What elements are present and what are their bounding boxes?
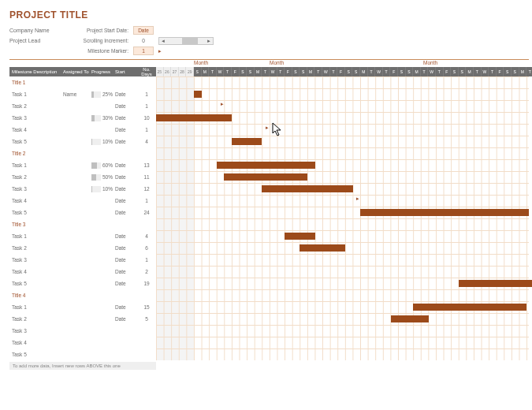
- task-row[interactable]: Task 2Date5: [9, 313, 529, 325]
- footer-note: To add more data, Insert new rows ABOVE …: [9, 362, 156, 370]
- task-description: Title 2: [9, 151, 63, 156]
- task-progress: 25%: [91, 91, 115, 98]
- day-letter-cell: T: [436, 67, 444, 76]
- task-row[interactable]: Task 3Date1: [9, 254, 529, 266]
- gantt-bar[interactable]: [391, 315, 429, 322]
- task-description: Task 3: [9, 186, 63, 192]
- day-letter-cell: T: [383, 67, 391, 76]
- task-start: Date: [115, 316, 137, 322]
- section-title-row[interactable]: Title 2: [9, 147, 529, 159]
- day-letter-cell: M: [519, 67, 527, 76]
- task-progress: 10%: [91, 139, 115, 145]
- task-progress: 10%: [91, 186, 115, 192]
- task-row[interactable]: Task 5Date24: [9, 207, 529, 218]
- task-days: 2: [137, 269, 156, 274]
- start-date-value[interactable]: Date: [133, 26, 154, 35]
- task-description: Task 4: [9, 127, 63, 132]
- row-chart-area: [156, 313, 529, 325]
- task-start: Date: [115, 210, 137, 215]
- row-chart-area: [156, 325, 529, 337]
- gantt-bar[interactable]: [413, 304, 526, 311]
- task-start: Date: [115, 115, 137, 121]
- task-description: Task 2: [9, 245, 63, 251]
- row-chart-area: [156, 218, 529, 230]
- row-chart-area: [156, 88, 529, 100]
- horizontal-scrollbar[interactable]: ◄ ►: [158, 37, 214, 45]
- task-row[interactable]: Task 330%Date10: [9, 112, 529, 124]
- task-row[interactable]: Task 2Date1▸: [9, 100, 529, 112]
- task-row[interactable]: Task 5Date19: [9, 278, 529, 289]
- task-days: 6: [137, 245, 156, 251]
- row-chart-area: [156, 159, 529, 171]
- milestone-marker-value[interactable]: 1: [133, 47, 154, 55]
- task-description: Task 2: [9, 103, 63, 109]
- month-header: Month Month Month: [9, 59, 529, 67]
- gantt-bar[interactable]: [232, 138, 262, 145]
- task-description: Task 5: [9, 210, 63, 215]
- row-chart-area: [156, 348, 529, 360]
- col-progress: Progress: [91, 69, 115, 74]
- day-date-cell: 27: [171, 67, 179, 76]
- task-row[interactable]: Task 1Date4: [9, 230, 529, 242]
- gantt-bar[interactable]: [224, 173, 307, 181]
- scroll-increment-value[interactable]: 0: [133, 37, 154, 44]
- milestone-flag-icon: ▸: [221, 101, 224, 107]
- day-letter-cell: W: [322, 67, 330, 76]
- gantt-bar[interactable]: [262, 185, 352, 192]
- task-days: 1: [137, 103, 156, 109]
- task-row[interactable]: Task 4Date1▸: [9, 124, 529, 136]
- section-title-row[interactable]: Title 1: [9, 76, 529, 88]
- task-row[interactable]: Task 250%Date11: [9, 171, 529, 183]
- section-title-row[interactable]: Title 3: [9, 218, 529, 230]
- col-days: No. Days: [137, 67, 156, 76]
- task-row[interactable]: Task 3: [9, 325, 529, 337]
- row-chart-area: [156, 147, 529, 159]
- task-row[interactable]: Task 1Name25%Date1: [9, 88, 529, 100]
- task-description: Task 5: [9, 352, 63, 357]
- task-days: 10: [137, 115, 156, 121]
- task-start: Date: [115, 304, 137, 310]
- day-letter-cell: M: [466, 67, 474, 76]
- scroll-increment-label: Scrolling Increment:: [81, 38, 128, 43]
- task-start: Date: [115, 269, 137, 274]
- day-date-cell: 25: [156, 67, 164, 76]
- day-letter-cell: S: [299, 67, 307, 76]
- task-row[interactable]: Task 510%Date4: [9, 136, 529, 147]
- row-chart-area: ▸: [156, 195, 529, 207]
- task-row[interactable]: Task 310%Date12: [9, 183, 529, 195]
- scroll-right-arrow-icon[interactable]: ►: [205, 39, 213, 43]
- gantt-bar[interactable]: [299, 244, 345, 252]
- task-row[interactable]: Task 5: [9, 348, 529, 360]
- task-description: Task 3: [9, 257, 63, 263]
- gantt-bar[interactable]: [519, 280, 532, 287]
- day-letter-cell: T: [474, 67, 482, 76]
- day-letter-cell: F: [444, 67, 452, 76]
- task-description: Task 1: [9, 91, 63, 97]
- task-row[interactable]: Task 160%Date13: [9, 159, 529, 171]
- gantt-bar[interactable]: [285, 233, 314, 240]
- gantt-bar[interactable]: [217, 162, 315, 169]
- task-row[interactable]: Task 1Date15: [9, 301, 529, 313]
- row-chart-area: [156, 242, 529, 254]
- month-label: Month: [423, 60, 437, 65]
- day-letter-cell: F: [232, 67, 240, 76]
- day-letter-cell: S: [194, 67, 202, 76]
- gantt-bar[interactable]: [194, 91, 202, 98]
- task-row[interactable]: Task 4: [9, 337, 529, 348]
- day-letter-cell: M: [360, 67, 368, 76]
- day-header: Milestone Description Assigned To Progre…: [9, 67, 529, 76]
- task-description: Task 3: [9, 115, 63, 121]
- gantt-bar[interactable]: [360, 209, 529, 216]
- gantt-bar[interactable]: [156, 114, 232, 121]
- section-title-row[interactable]: Title 4: [9, 289, 529, 301]
- task-description: Title 4: [9, 293, 63, 298]
- gantt-bar[interactable]: [459, 280, 529, 287]
- task-days: 5: [137, 316, 156, 322]
- task-row[interactable]: Task 4Date1▸: [9, 195, 529, 207]
- task-row[interactable]: Task 4Date2: [9, 266, 529, 278]
- scroll-left-arrow-icon[interactable]: ◄: [159, 39, 167, 43]
- task-start: Date: [115, 281, 137, 286]
- col-start: Start: [115, 69, 137, 74]
- task-row[interactable]: Task 2Date6: [9, 242, 529, 254]
- scroll-thumb[interactable]: [182, 38, 198, 44]
